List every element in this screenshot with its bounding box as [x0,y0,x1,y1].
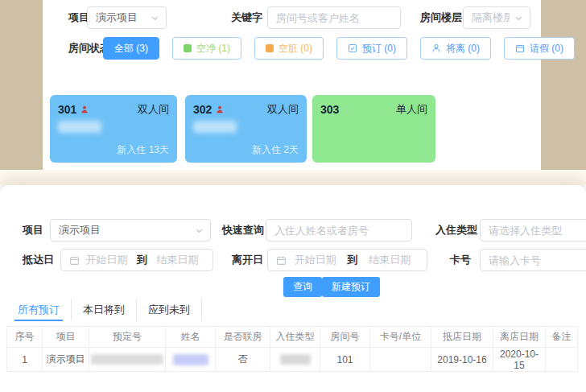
tab-expected-not-arrived[interactable]: 应到未到 [137,299,202,321]
dirty-square-icon [266,44,274,52]
floor-label: 房间楼层 [420,6,462,29]
status-filter-leave-label: 请假 (0) [530,42,563,56]
reservation-filter-row-2: 抵达日 开始日期 到 结束日期 离开日 开始日期 到 结束日期 卡号 [0,249,586,271]
project-select-value: 演示项目 [96,10,138,25]
cell-name[interactable] [166,348,216,372]
checkin-type-input[interactable] [480,219,586,241]
col-header-card-unit: 卡号/单位 [370,327,431,348]
right-margin-decoration [541,0,586,170]
card-number-input[interactable] [480,249,586,271]
tab-label: 所有预订 [18,303,60,316]
keyword-input[interactable] [267,6,401,29]
project-select[interactable]: 演示项目 [50,219,211,241]
occupant-red-person-icon [216,105,224,113]
stay-duration: 新入住 2天 [252,143,299,157]
reservation-panel: 项目 演示项目 快速查询 入住类型 抵达日 开始日期 到 结束日期 离开日 开始… [0,185,586,392]
arrival-date-label: 抵达日 [23,249,54,271]
cell-room-no: 101 [320,348,370,372]
start-date-placeholder: 开始日期 [80,253,134,267]
check-square-icon [348,43,357,53]
occupant-red-person-icon [80,105,89,113]
stay-duration: 新入住 13天 [117,143,169,157]
redacted-guest-name [58,121,101,133]
cell-arrival-date: 2019-10-16 [431,348,493,372]
project-label: 项目 [23,219,43,241]
room-card-301[interactable]: 301 双人间 新入住 13天 [50,95,177,163]
room-number: 301 [58,103,76,116]
room-type: 双人间 [267,102,299,117]
cell-card-unit [370,348,431,372]
end-date-placeholder: 结束日期 [361,253,419,267]
status-filter-departing-label: 将离 (0) [446,42,480,56]
tab-arriving-today[interactable]: 本日将到 [72,299,137,321]
left-margin-decoration [0,0,43,170]
status-filter-dirty[interactable]: 空脏 (0) [254,37,324,60]
col-header-room-no: 房间号 [320,327,370,348]
table-header-row: 序号 项目 预定号 姓名 是否联房 入住类型 房间号 卡号/单位 抵店日期 离店… [7,327,578,348]
card-number-label: 卡号 [450,249,471,271]
query-button[interactable]: 查询 [283,277,322,297]
clean-square-icon [184,44,192,52]
room-card-header: 303 单人间 [312,95,435,117]
room-status-filter-row: 房间状态 全部 (3) 空净 (1) 空脏 (0) 预 [43,37,541,60]
date-range-to-text: 到 [345,253,361,267]
screen: 项目 演示项目 关键字 房间楼层 隔离楼层 房间状态 全部 (3) [0,0,586,392]
status-filter-leave[interactable]: 请假 (0) [504,37,575,60]
room-card-header: 302 双人间 [185,95,307,117]
room-card-grid: 301 双人间 新入住 13天 302 双人间 新入住 2天 [43,95,541,163]
room-card-header: 301 双人间 [50,95,177,117]
col-header-arrival-date: 抵店日期 [431,327,493,348]
project-select-value: 演示项目 [59,223,101,237]
cell-linked-room: 否 [216,348,270,372]
floor-select-placeholder: 隔离楼层 [472,10,510,25]
room-number: 303 [320,103,339,116]
departure-date-label: 离开日 [232,249,263,271]
status-filter-departing[interactable]: 将离 (0) [420,37,491,60]
status-filter-booked[interactable]: 预订 (0) [336,37,407,60]
cell-departure-date: 2020-10-15 [493,348,546,372]
redacted-guest-name [173,354,208,365]
status-filter-dirty-label: 空脏 (0) [279,42,312,56]
keyword-label: 关键字 [231,6,262,29]
reservation-table: 序号 项目 预定号 姓名 是否联房 入住类型 房间号 卡号/单位 抵店日期 离店… [6,326,578,372]
redacted-booking-number [91,354,163,365]
col-header-name: 姓名 [166,327,216,348]
chevron-down-icon [514,14,523,23]
redacted-checkin-type [280,354,311,365]
calendar-icon [69,255,80,266]
date-range-to-text: 到 [134,253,151,267]
room-type: 双人间 [138,102,169,117]
status-filter-all[interactable]: 全部 (3) [103,37,159,60]
status-filter-group: 全部 (3) 空净 (1) 空脏 (0) 预订 (0) [103,37,575,60]
tab-label: 本日将到 [83,303,125,316]
room-type: 单人间 [396,102,427,117]
calendar-icon [515,43,525,53]
col-header-project: 项目 [43,327,89,348]
arrival-date-range-picker[interactable]: 开始日期 到 结束日期 [60,249,213,271]
room-number: 302 [193,103,212,116]
start-date-placeholder: 开始日期 [287,253,345,267]
col-header-seq: 序号 [7,327,43,348]
col-header-departure-date: 离店日期 [493,327,546,348]
cell-booking-no [89,348,166,372]
reservation-tabs: 所有预订 本日将到 应到未到 [6,299,202,321]
status-filter-clean[interactable]: 空净 (1) [172,37,241,60]
col-header-linked-room: 是否联房 [216,327,270,348]
floor-select[interactable]: 隔离楼层 [463,6,530,29]
col-header-remark: 备注 [546,327,578,348]
panel-gap [0,170,586,185]
project-select[interactable]: 演示项目 [87,6,167,29]
tab-all-reservations[interactable]: 所有预订 [6,299,72,321]
cell-seq: 1 [7,348,43,372]
status-filter-all-label: 全部 (3) [114,42,148,56]
room-card-303[interactable]: 303 单人间 [312,95,435,163]
quick-search-input[interactable] [266,219,412,241]
new-booking-button[interactable]: 新建预订 [322,277,380,297]
room-card-302[interactable]: 302 双人间 新入住 2天 [185,95,307,163]
end-date-placeholder: 结束日期 [151,253,204,267]
top-filter-row: 项目 演示项目 关键字 房间楼层 隔离楼层 [43,6,541,29]
col-header-checkin-type: 入住类型 [270,327,320,348]
room-status-card: 项目 演示项目 关键字 房间楼层 隔离楼层 房间状态 全部 (3) [43,0,541,170]
departure-date-range-picker[interactable]: 开始日期 到 结束日期 [267,249,427,271]
status-filter-booked-label: 预订 (0) [362,42,396,56]
